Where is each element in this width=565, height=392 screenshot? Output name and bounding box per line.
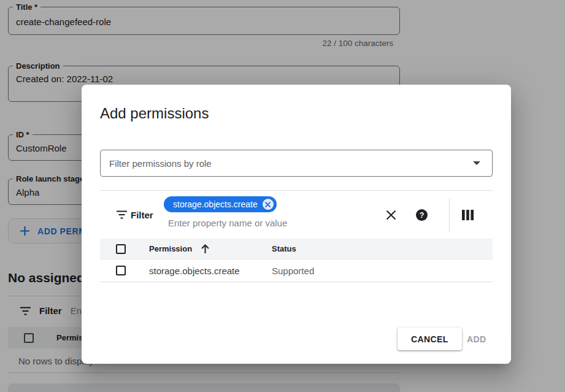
dialog-permissions-table: Permission Status storage.objects.create… — [100, 239, 493, 282]
role-select-placeholder: Filter permissions by role — [109, 158, 472, 169]
filter-permissions-by-role-select[interactable]: Filter permissions by role — [100, 150, 493, 177]
clear-filters-button[interactable] — [382, 206, 399, 223]
dialog-filter-label: Filter — [131, 210, 153, 220]
dialog-filter-placeholder[interactable]: Enter property name or value — [168, 218, 287, 228]
select-all-checkbox[interactable] — [116, 244, 126, 254]
cancel-button[interactable]: CANCEL — [398, 328, 462, 350]
permission-column-header[interactable]: Permission — [149, 244, 210, 254]
permission-column-label: Permission — [149, 244, 192, 253]
row-permission-cell: storage.objects.create — [149, 266, 240, 276]
table-row[interactable]: storage.objects.create Supported — [100, 259, 493, 282]
create-role-page: Title * create-changefeed-role 22 / 100 … — [0, 0, 565, 392]
chevron-down-icon — [472, 161, 481, 166]
svg-text:?: ? — [419, 211, 424, 220]
column-display-icon[interactable] — [459, 206, 476, 223]
add-button[interactable]: ADD — [459, 328, 494, 350]
help-icon[interactable]: ? — [413, 206, 430, 223]
filter-chip[interactable]: storage.objects.create — [164, 196, 277, 212]
add-permissions-dialog: Add permissions Filter permissions by ro… — [82, 85, 511, 364]
row-status-cell: Supported — [272, 266, 314, 276]
dialog-filter-toolbar: Filter storage.objects.create Enter prop… — [100, 190, 493, 239]
dialog-table-header: Permission Status — [100, 239, 493, 259]
status-column-label: Status — [272, 244, 296, 253]
sort-ascending-icon[interactable] — [201, 244, 210, 254]
filter-icon — [117, 210, 127, 219]
toolbar-divider — [449, 198, 450, 232]
chip-remove-icon[interactable] — [263, 199, 274, 210]
status-column-header[interactable]: Status — [272, 244, 296, 253]
filter-chip-text: storage.objects.create — [173, 199, 258, 209]
row-checkbox[interactable] — [116, 266, 126, 275]
dialog-title: Add permissions — [100, 105, 209, 122]
